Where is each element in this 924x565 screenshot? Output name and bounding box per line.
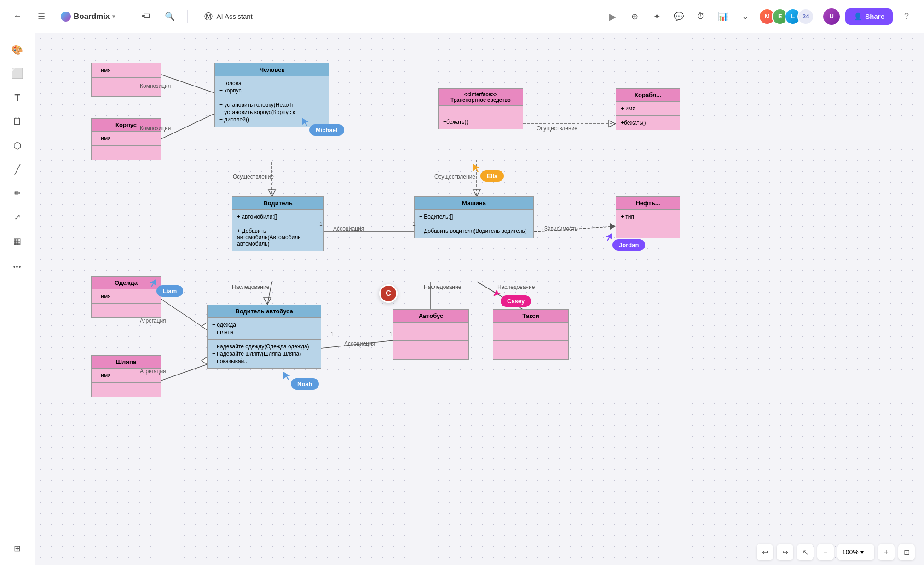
left-sidebar: 🎨 ⬜ T 🗒 ⬡ ╱ ✏ ⤢ ▦ ••• ⊞ (0, 33, 35, 565)
class-neft-attrs: + тип (616, 210, 680, 224)
class-head-box[interactable]: + имя (91, 63, 161, 97)
class-korabl[interactable]: Корабл... + имя +бежать() (616, 88, 680, 130)
class-human-methods: + установить головку(Heao h + установить… (215, 98, 329, 127)
note-tool[interactable]: 🗒 (6, 110, 29, 133)
collaborator-avatars: M E L 24 (759, 8, 814, 25)
class-driver[interactable]: Водитель + автомобили:[] + Добавить авто… (232, 196, 324, 251)
ai-assistant-button[interactable]: Ⓜ AI Assistant (197, 7, 260, 26)
connector-tool[interactable]: ⤢ (6, 206, 29, 228)
brand-label: Boardmix (74, 12, 110, 21)
class-avtobus-empty1 (393, 323, 468, 341)
undo-button[interactable]: ↩ (757, 544, 773, 560)
class-transport-header: <<Interface>>Транспортное средство (439, 89, 523, 106)
class-avtobus[interactable]: Автобус (393, 309, 469, 360)
ella-cursor-badge: Ella (480, 170, 504, 182)
redo-icon: ↪ (782, 548, 788, 557)
class-avtobus-header: Автобус (393, 310, 468, 323)
ella-cursor-arrow (472, 163, 481, 172)
ai-icon: Ⓜ (204, 11, 213, 22)
zoom-out-icon: − (823, 548, 827, 556)
svg-marker-24 (473, 164, 480, 172)
menu-button[interactable]: ☰ (33, 8, 50, 25)
comment-button[interactable]: 💬 (670, 8, 687, 25)
class-bus-driver-header: Водитель автобуса (208, 305, 321, 318)
bottombar: ↩ ↪ ↖ − 100% ▾ + ⊡ (35, 539, 924, 565)
select-icon: ⬜ (11, 68, 23, 80)
class-korpus[interactable]: Корпус + имя (91, 118, 161, 160)
rel-nasledovanie-2: Наследование (424, 284, 461, 290)
noah-cursor-arrow (283, 371, 292, 380)
undo-icon: ↩ (762, 548, 768, 557)
tag-button[interactable]: 🏷 (138, 8, 154, 25)
cursor-mode-button[interactable]: ↖ (797, 544, 814, 560)
class-odezhda-header: Одежда (92, 277, 161, 289)
rel-kompozitsiya-2: Композиция (140, 125, 171, 132)
minimap-button[interactable]: ⊡ (898, 544, 915, 560)
brand-button[interactable]: Boardmix ▾ (57, 8, 119, 25)
topbar: ← ☰ Boardmix ▾ 🏷 🔍 Ⓜ AI Assistant ▶ ⊕ ✦ … (0, 0, 924, 33)
casey-avatar-bubble: C (379, 284, 398, 303)
class-korpus-attrs: + имя (92, 132, 161, 146)
help-button[interactable]: ? (898, 8, 915, 25)
noah-cursor-badge: Noah (291, 378, 319, 390)
class-taxi[interactable]: Такси (493, 309, 569, 360)
class-bus-driver-methods: + надевайте одежду(Одежда одежда) + наде… (208, 340, 321, 368)
zoom-in-button[interactable]: + (878, 544, 895, 560)
svg-marker-14 (264, 298, 271, 305)
class-machine-header: Машина (415, 197, 533, 210)
play-button[interactable]: ▶ (604, 8, 621, 25)
rel-num-2: 1 (412, 221, 416, 227)
jordan-cursor-badge: Jordan (612, 239, 645, 251)
sparkle-button[interactable]: ✦ (648, 8, 665, 25)
svg-marker-5 (268, 190, 276, 196)
template-tool[interactable]: ▦ (6, 230, 29, 252)
class-human-header: Человек (215, 63, 329, 76)
cursor-icon: ↖ (803, 548, 808, 557)
class-odezhda[interactable]: Одежда + имя (91, 276, 161, 318)
palette-tool[interactable]: 🎨 (6, 39, 29, 61)
svg-line-17 (161, 299, 207, 330)
canvas[interactable]: Человек + голова + корпус + установить г… (35, 33, 924, 565)
zoom-level-display[interactable]: 100% ▾ (837, 544, 874, 560)
topbar-right: ▶ ⊕ ✦ 💬 ⏱ 📊 ⌄ M E L 24 U 👤 Share ? (604, 8, 915, 25)
back-icon: ← (13, 12, 22, 21)
pen-tool[interactable]: ✏ (6, 182, 29, 204)
select-tool[interactable]: ⬜ (6, 63, 29, 85)
line-icon: ╱ (15, 164, 20, 175)
class-neft-header: Нефть... (616, 197, 680, 210)
timer-button[interactable]: ⏱ (693, 8, 709, 25)
class-taxi-empty2 (493, 341, 568, 359)
help-icon: ? (904, 12, 909, 21)
search-button[interactable]: 🔍 (162, 8, 178, 25)
shape-icon: ⬡ (13, 140, 21, 151)
class-taxi-header: Такси (493, 310, 568, 323)
rel-agregatsiya-1: Агрегация (140, 317, 166, 324)
brand-dropdown-icon: ▾ (112, 13, 115, 20)
class-driver-header: Водитель (232, 197, 323, 210)
class-human[interactable]: Человек + голова + корпус + установить г… (214, 63, 329, 127)
rel-nasledovanie-1: Наследование (232, 284, 269, 290)
more-tools[interactable]: ••• (6, 256, 29, 278)
class-neft[interactable]: Нефть... + тип (616, 196, 680, 238)
class-bus-driver[interactable]: Водитель автобуса + одежда + шляпа + над… (207, 305, 321, 369)
present-button[interactable]: ⊕ (626, 8, 643, 25)
bottom-panel-button[interactable]: ⊞ (6, 537, 29, 559)
class-human-attrs: + голова + корпус (215, 76, 329, 98)
redo-button[interactable]: ↪ (777, 544, 793, 560)
line-tool[interactable]: ╱ (6, 158, 29, 180)
shape-tool[interactable]: ⬡ (6, 134, 29, 156)
back-button[interactable]: ← (9, 8, 26, 25)
svg-marker-27 (605, 233, 612, 241)
class-transport[interactable]: <<Interface>>Транспортное средство +бежа… (438, 88, 523, 129)
class-shlyapa[interactable]: Шляпа + имя (91, 355, 161, 397)
zoom-out-button[interactable]: − (817, 544, 834, 560)
class-korabl-methods: +бежать() (616, 116, 680, 130)
text-tool[interactable]: T (6, 86, 29, 109)
rel-assotsiatsiya-2: Ассоциация (344, 340, 375, 347)
zoom-dropdown-icon: ▾ (860, 548, 864, 556)
class-machine[interactable]: Машина + Водитель:[] + Добавить водителя… (414, 196, 534, 238)
more-tools-button[interactable]: ⌄ (737, 8, 753, 25)
chart-button[interactable]: 📊 (715, 8, 731, 25)
share-button[interactable]: 👤 Share (845, 8, 893, 25)
menu-icon: ☰ (38, 12, 45, 22)
